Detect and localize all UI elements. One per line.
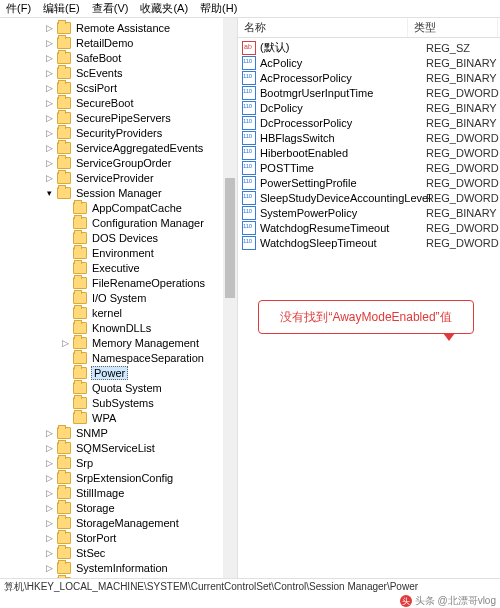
value-row[interactable]: AcProcessorPolicyREG_BINARY <box>238 70 500 85</box>
tree-item[interactable]: Configuration Manager <box>0 215 237 230</box>
tree-item[interactable]: kernel <box>0 305 237 320</box>
chevron-right-icon[interactable]: ▷ <box>44 127 55 138</box>
tree-item[interactable]: ▷SecurePipeServers <box>0 110 237 125</box>
tree-item[interactable]: SubSystems <box>0 395 237 410</box>
chevron-right-icon[interactable]: ▷ <box>44 22 55 33</box>
tree-item[interactable]: ▷SNMP <box>0 425 237 440</box>
value-row[interactable]: POSTTimeREG_DWORD <box>238 160 500 175</box>
binary-value-icon <box>242 86 256 100</box>
tree-item[interactable]: Quota System <box>0 380 237 395</box>
chevron-right-icon[interactable]: ▷ <box>44 502 55 513</box>
tree-item[interactable]: ▷RetailDemo <box>0 35 237 50</box>
tree-item[interactable]: ▷ServiceGroupOrder <box>0 155 237 170</box>
tree-item[interactable]: ▷StillImage <box>0 485 237 500</box>
tree-item[interactable]: ▷Storage <box>0 500 237 515</box>
value-row[interactable]: PowerSettingProfileREG_DWORD <box>238 175 500 190</box>
values-panel[interactable]: 名称 类型 (默认)REG_SZAcPolicyREG_BINARYAcProc… <box>238 18 500 578</box>
menu-help[interactable]: 帮助(H) <box>200 1 237 16</box>
tree-item[interactable]: WPA <box>0 410 237 425</box>
chevron-right-icon[interactable]: ▷ <box>44 112 55 123</box>
tree-item[interactable]: ▾Session Manager <box>0 185 237 200</box>
chevron-right-icon[interactable]: ▷ <box>44 97 55 108</box>
value-row[interactable]: AcPolicyREG_BINARY <box>238 55 500 70</box>
chevron-down-icon[interactable]: ▾ <box>44 187 55 198</box>
binary-value-icon <box>242 221 256 235</box>
tree-item[interactable]: ▷SQMServiceList <box>0 440 237 455</box>
menu-edit[interactable]: 编辑(E) <box>43 1 80 16</box>
tree-item[interactable]: ▷StSec <box>0 545 237 560</box>
folder-icon <box>57 457 71 469</box>
tree-item[interactable]: ▷SystemInformation <box>0 560 237 575</box>
tree-item[interactable]: ▷ServiceAggregatedEvents <box>0 140 237 155</box>
tree-item[interactable]: FileRenameOperations <box>0 275 237 290</box>
value-type: REG_DWORD <box>426 132 499 144</box>
binary-value-icon <box>242 236 256 250</box>
chevron-right-icon[interactable]: ▷ <box>44 517 55 528</box>
chevron-right-icon[interactable]: ▷ <box>44 562 55 573</box>
chevron-right-icon[interactable]: ▷ <box>44 67 55 78</box>
chevron-right-icon[interactable]: ▷ <box>44 172 55 183</box>
value-row[interactable]: WatchdogSleepTimeoutREG_DWORD <box>238 235 500 250</box>
tree-item[interactable]: NamespaceSeparation <box>0 350 237 365</box>
value-row[interactable]: DcProcessorPolicyREG_BINARY <box>238 115 500 130</box>
tree-item[interactable]: Environment <box>0 245 237 260</box>
value-row[interactable]: HiberbootEnabledREG_DWORD <box>238 145 500 160</box>
tree-panel[interactable]: ▷Remote Assistance▷RetailDemo▷SafeBoot▷S… <box>0 18 238 578</box>
tree-item[interactable]: KnownDLLs <box>0 320 237 335</box>
value-row[interactable]: BootmgrUserInputTimeREG_DWORD <box>238 85 500 100</box>
chevron-right-icon[interactable]: ▷ <box>44 457 55 468</box>
chevron-right-icon[interactable]: ▷ <box>44 472 55 483</box>
tree-item-label: SecurityProviders <box>75 127 163 139</box>
tree-item[interactable]: ▷Memory Management <box>0 335 237 350</box>
folder-icon <box>57 82 71 94</box>
folder-icon <box>73 367 87 379</box>
tree-item[interactable]: ▷ServiceProvider <box>0 170 237 185</box>
tree-scrollbar[interactable] <box>223 18 237 578</box>
watermark-user: @北漂哥vlog <box>438 594 497 608</box>
tree-item[interactable]: ▷ScsiPort <box>0 80 237 95</box>
col-header-type[interactable]: 类型 <box>408 18 498 37</box>
menu-favorites[interactable]: 收藏夹(A) <box>140 1 188 16</box>
value-row[interactable]: HBFlagsSwitchREG_DWORD <box>238 130 500 145</box>
tree-item[interactable]: ▷StorageManagement <box>0 515 237 530</box>
chevron-right-icon[interactable]: ▷ <box>44 487 55 498</box>
chevron-right-icon[interactable]: ▷ <box>44 82 55 93</box>
value-row[interactable]: SystemPowerPolicyREG_BINARY <box>238 205 500 220</box>
tree-item[interactable]: ▷SrpExtensionConfig <box>0 470 237 485</box>
value-row[interactable]: DcPolicyREG_BINARY <box>238 100 500 115</box>
chevron-right-icon <box>60 412 71 423</box>
tree-item[interactable]: ▷SafeBoot <box>0 50 237 65</box>
tree-item[interactable]: DOS Devices <box>0 230 237 245</box>
tree-item[interactable]: ▷ScEvents <box>0 65 237 80</box>
tree-item[interactable]: Power <box>0 365 237 380</box>
chevron-right-icon[interactable]: ▷ <box>44 52 55 63</box>
folder-icon <box>57 502 71 514</box>
tree-item[interactable]: ▷Srp <box>0 455 237 470</box>
chevron-right-icon <box>60 397 71 408</box>
value-row[interactable]: (默认)REG_SZ <box>238 40 500 55</box>
tree-item[interactable]: I/O System <box>0 290 237 305</box>
chevron-right-icon[interactable]: ▷ <box>44 532 55 543</box>
value-name: HBFlagsSwitch <box>260 132 426 144</box>
tree-item-label: SNMP <box>75 427 109 439</box>
chevron-right-icon[interactable]: ▷ <box>44 37 55 48</box>
tree-item[interactable]: AppCompatCache <box>0 200 237 215</box>
menu-view[interactable]: 查看(V) <box>92 1 129 16</box>
col-header-name[interactable]: 名称 <box>238 18 408 37</box>
chevron-right-icon[interactable]: ▷ <box>44 427 55 438</box>
value-row[interactable]: WatchdogResumeTimeoutREG_DWORD <box>238 220 500 235</box>
tree-item[interactable]: ▷StorPort <box>0 530 237 545</box>
chevron-right-icon[interactable]: ▷ <box>44 157 55 168</box>
chevron-right-icon[interactable]: ▷ <box>44 547 55 558</box>
tree-item[interactable]: ▷SecureBoot <box>0 95 237 110</box>
scrollbar-thumb[interactable] <box>225 178 235 298</box>
menu-file[interactable]: 件(F) <box>6 1 31 16</box>
value-row[interactable]: SleepStudyDeviceAccountingLevelREG_DWORD <box>238 190 500 205</box>
chevron-right-icon[interactable]: ▷ <box>60 337 71 348</box>
chevron-right-icon[interactable]: ▷ <box>44 442 55 453</box>
tree-item[interactable]: ▷SecurityProviders <box>0 125 237 140</box>
tree-item[interactable]: ▷Remote Assistance <box>0 20 237 35</box>
tree-item[interactable]: Executive <box>0 260 237 275</box>
tree-item-label: Power <box>91 366 128 380</box>
chevron-right-icon[interactable]: ▷ <box>44 142 55 153</box>
